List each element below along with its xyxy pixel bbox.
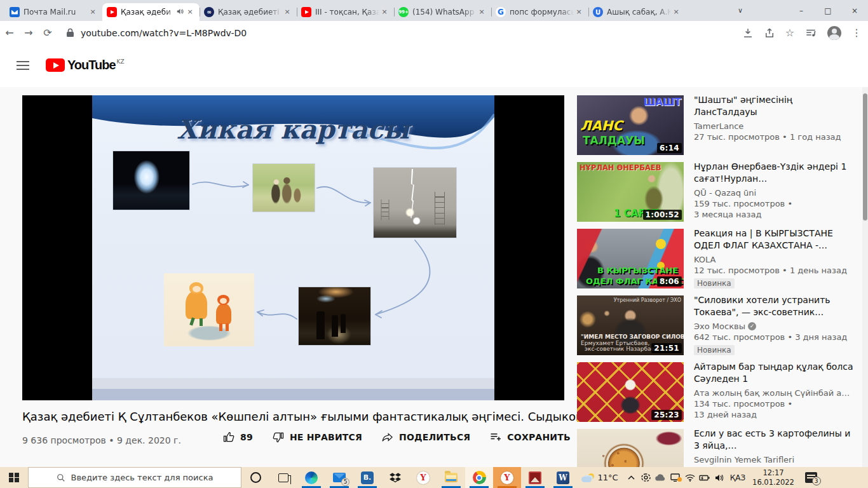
youtube-logo[interactable]: YouTube KZ — [46, 58, 125, 72]
chrome-button[interactable] — [465, 467, 493, 488]
clock[interactable]: 12:17 16.01.2022 — [749, 467, 797, 488]
wifi-icon[interactable] — [682, 474, 697, 482]
photo-viewer-button[interactable] — [521, 467, 549, 488]
channel-name[interactable]: TamerLance — [694, 121, 858, 131]
tab-close-icon[interactable]: × — [185, 7, 195, 17]
video-duration: 25:23 — [651, 410, 682, 420]
volume-icon[interactable] — [712, 474, 726, 482]
battery-icon[interactable] — [697, 475, 712, 481]
yandex-browser-button[interactable]: Y — [493, 467, 521, 488]
dropbox-button[interactable] — [381, 467, 409, 488]
recommended-video-title[interactable]: Айтарым бар тыңдар құлақ болса Сәуледен … — [694, 361, 858, 385]
browser-tab[interactable]: Қазақ әдеби× — [102, 3, 200, 21]
scrollbar-thumb[interactable] — [863, 93, 867, 220]
tab-close-icon[interactable]: × — [379, 7, 390, 17]
browser-menu-icon[interactable]: ⋮ — [851, 27, 862, 39]
explorer-button[interactable] — [437, 467, 465, 488]
window-minimize-button[interactable]: – — [788, 0, 815, 21]
edge-button[interactable] — [297, 467, 325, 488]
yandex-browser-icon: Y — [501, 471, 513, 484]
video-meta: 12 тыс. просмотров • 1 день назад — [694, 266, 858, 275]
like-count: 89 — [240, 432, 253, 442]
video-thumbnail[interactable]: 25:23 — [577, 362, 684, 422]
window-close-button[interactable]: × — [841, 0, 868, 21]
page-scrollbar[interactable] — [862, 87, 868, 467]
recommended-video-item[interactable]: ЛАНСТАЛДАУЫШАШТ6:14"Шашты" әңгімесінің Л… — [577, 95, 860, 155]
yandex-button[interactable]: Y — [409, 467, 437, 488]
youtube-play-icon — [46, 58, 65, 72]
tray-expand-icon[interactable] — [624, 475, 639, 480]
weather-widget[interactable]: 11°C — [577, 467, 623, 488]
menu-icon[interactable] — [17, 61, 29, 70]
video-thumbnail[interactable]: ЛАНСТАЛДАУЫШАШТ6:14 — [577, 95, 684, 155]
lock-icon[interactable] — [66, 28, 74, 37]
media-controls-icon[interactable] — [804, 27, 817, 39]
channel-name[interactable]: Ата жолың бақ жолың Сүйінбай а… — [694, 388, 858, 398]
tab-close-icon[interactable]: × — [671, 7, 681, 17]
notification-center-button[interactable]: 3 — [797, 467, 824, 488]
cortana-button[interactable] — [241, 467, 269, 488]
thumbnail-overlay-text: ШАШТ — [644, 97, 681, 108]
channel-name[interactable]: QŪ - Qazaq ūni — [694, 188, 858, 198]
tab-close-icon[interactable]: × — [88, 7, 98, 17]
video-player[interactable]: Хикая картасы — [22, 95, 564, 400]
save-button[interactable]: СОХРАНИТЬ — [489, 431, 571, 444]
tab-close-icon[interactable]: × — [282, 7, 292, 17]
video-thumbnail[interactable] — [577, 429, 684, 467]
recommended-video-title[interactable]: Нұрлан Өнербаев-Үздік әндері 1 сағат!Нур… — [694, 161, 858, 185]
recommended-video-title[interactable]: "Шашты" әңгімесінің ЛансТалдауы — [694, 94, 858, 118]
video-thumbnail[interactable]: "ИМЕЛ МЕСТО ЗАГОВОР СИЛОВИКОВ"Ермухамет … — [577, 295, 684, 355]
recommended-video-title[interactable]: Реакция на | В КЫРГЫЗСТАНЕ ОДЕЛ ФЛАГ КАЗ… — [694, 227, 858, 252]
dislike-button[interactable]: НЕ НРАВИТСЯ — [272, 431, 362, 444]
recommended-video-item[interactable]: В КЫРГЫЗСТАНЕОДЕЛ ФЛАГ КАЗАХСТА…8:06Реак… — [577, 229, 860, 288]
bookmark-star-icon[interactable]: ☆ — [785, 27, 794, 39]
like-button[interactable]: 89 — [222, 431, 253, 444]
language-indicator[interactable]: ҚАЗ — [726, 467, 749, 488]
channel-name[interactable]: KOLA — [694, 255, 858, 264]
browser-tab[interactable]: Почта Mail.ru× — [5, 3, 102, 21]
cortana-icon — [250, 472, 261, 483]
recommended-video-item[interactable]: 25:23Айтарым бар тыңдар құлақ болса Сәул… — [577, 362, 860, 422]
tab-close-icon[interactable]: × — [477, 7, 487, 17]
display-alert-icon[interactable] — [668, 473, 682, 482]
browser-tab[interactable]: Қазақ әдебиеті 1× — [200, 3, 297, 21]
window-maximize-button[interactable]: □ — [815, 0, 841, 21]
thumbnail-overlay-text: ТАЛДАУЫ — [583, 134, 645, 147]
download-icon[interactable] — [742, 27, 754, 39]
vk-button[interactable]: B. — [353, 467, 381, 488]
photo-viewer-icon — [529, 471, 541, 484]
edge-icon — [305, 471, 318, 484]
channel-name[interactable]: Эхо Москвы✓ — [694, 322, 858, 331]
word-button[interactable]: W — [549, 467, 577, 488]
forward-icon[interactable]: → — [19, 27, 38, 39]
tab-close-icon[interactable]: × — [574, 7, 584, 17]
recommended-video-item[interactable]: "ИМЕЛ МЕСТО ЗАГОВОР СИЛОВИКОВ"Ермухамет … — [577, 295, 860, 355]
mail-button[interactable]: 5 — [325, 467, 353, 488]
onedrive-icon[interactable] — [653, 474, 668, 481]
start-button[interactable] — [0, 467, 28, 488]
browser-tab[interactable]: Gпопс формуласы× — [491, 3, 588, 21]
profile-avatar[interactable] — [827, 26, 841, 40]
search-icon — [57, 473, 65, 482]
video-thumbnail[interactable]: В КЫРГЫЗСТАНЕОДЕЛ ФЛАГ КАЗАХСТА…8:06 — [577, 229, 684, 288]
taskbar-search-input[interactable]: Введите здесь текст для поиска — [28, 467, 241, 488]
tab-search-icon[interactable]: ∨ — [731, 0, 750, 21]
recommended-video-item[interactable]: Если у вас есть 3 картофелины и 3 яйца,…… — [577, 429, 860, 467]
back-icon[interactable]: ← — [0, 27, 19, 39]
video-thumbnail[interactable]: НҰРЛАН ӨНЕРБАЕВ1 САҒАТ1:00:52 — [577, 162, 684, 222]
thumbnail-overlay-text: В КЫРГЫЗСТАНЕ — [597, 266, 678, 275]
share-icon[interactable] — [764, 27, 775, 39]
reload-icon[interactable]: ⟳ — [38, 27, 57, 39]
share-button[interactable]: ПОДЕЛИТЬСЯ — [381, 431, 470, 444]
capture-icon[interactable] — [639, 473, 653, 482]
task-view-button[interactable] — [269, 467, 297, 488]
channel-name[interactable]: Sevgilnin Yemek Tarifleri — [694, 455, 858, 464]
browser-tab[interactable]: III - тоқсан, Қаза× — [297, 3, 394, 21]
tab-audio-icon[interactable] — [177, 8, 184, 16]
browser-tab[interactable]: UАшық сабақ, А.К× — [588, 3, 686, 21]
browser-tab[interactable]: 99+(154) WhatsApp× — [394, 3, 491, 21]
recommended-video-item[interactable]: НҰРЛАН ӨНЕРБАЕВ1 САҒАТ1:00:52Нұрлан Өнер… — [577, 162, 860, 222]
url-text[interactable]: youtube.com/watch?v=L-M8Pwdv-D0 — [81, 28, 247, 38]
recommended-video-title[interactable]: Если у вас есть 3 картофелины и 3 яйца,… — [694, 428, 858, 452]
recommended-video-title[interactable]: "Силовики хотели устранить Токаева", — э… — [694, 294, 858, 318]
